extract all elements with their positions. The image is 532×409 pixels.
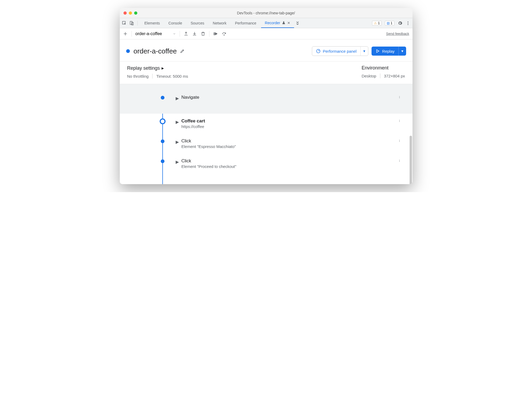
- svg-point-11: [399, 98, 400, 98]
- devtools-window: DevTools - chrome://new-tab-page/ Elemen…: [120, 8, 413, 184]
- svg-point-16: [399, 141, 400, 141]
- warnings-badge[interactable]: ⚠ 1: [372, 21, 382, 26]
- timeline-node: [161, 159, 164, 163]
- svg-point-18: [399, 160, 400, 160]
- svg-point-9: [399, 96, 400, 97]
- recording-title: order-a-coffee: [134, 47, 177, 55]
- recording-selector[interactable]: order-a-coffee: [135, 31, 176, 36]
- warnings-count: 1: [378, 21, 380, 25]
- step-coffee-cart[interactable]: ▶ Coffee cart https://coffee: [120, 114, 413, 134]
- messages-badge[interactable]: ▤ 1: [385, 21, 394, 26]
- recorder-toolbar: order-a-coffee Send feedback: [120, 28, 413, 39]
- tab-recorder-label: Recorder: [265, 21, 280, 25]
- replay-settings-toggle[interactable]: Replay settings ▸: [127, 65, 188, 71]
- inspect-icon[interactable]: [122, 21, 127, 26]
- expand-step-icon[interactable]: ▶: [176, 96, 179, 101]
- tab-elements[interactable]: Elements: [141, 18, 164, 28]
- svg-point-19: [399, 160, 400, 161]
- svg-rect-6: [214, 32, 215, 35]
- play-icon: [375, 49, 380, 53]
- environment-label: Environment: [362, 65, 405, 71]
- new-recording-icon[interactable]: [123, 31, 128, 36]
- kebab-menu-icon[interactable]: [406, 21, 410, 26]
- export-icon[interactable]: [184, 31, 188, 36]
- throttling-value: No throttling: [127, 74, 149, 79]
- step-title: Coffee cart: [182, 118, 205, 124]
- delete-icon[interactable]: [201, 31, 205, 36]
- titlebar: DevTools - chrome://new-tab-page/: [120, 8, 413, 18]
- step-menu-icon[interactable]: [397, 118, 402, 123]
- settings-row: Replay settings ▸ No throttling Timeout:…: [120, 61, 413, 84]
- gauge-icon: [316, 49, 321, 53]
- close-tab-icon[interactable]: [287, 21, 290, 24]
- step-menu-icon[interactable]: [397, 158, 402, 163]
- svg-point-14: [399, 121, 400, 122]
- tab-console[interactable]: Console: [165, 18, 186, 28]
- flask-icon: [282, 21, 286, 25]
- performance-panel-dropdown[interactable]: ▾: [360, 47, 368, 56]
- step-navigate[interactable]: ▶ Navigate: [120, 84, 413, 114]
- recording-header: order-a-coffee Performance panel ▾ Repla…: [120, 39, 413, 61]
- expand-step-icon[interactable]: ▶: [176, 159, 179, 164]
- devtools-tabs: Elements Console Sources Network Perform…: [120, 18, 413, 28]
- svg-point-15: [399, 140, 400, 140]
- step-title: Navigate: [182, 95, 199, 100]
- svg-point-5: [407, 24, 408, 25]
- performance-panel-label: Performance panel: [323, 49, 357, 53]
- svg-point-4: [407, 23, 408, 23]
- chevron-down-icon: [173, 31, 176, 36]
- warning-icon: ⚠: [374, 21, 377, 25]
- svg-point-12: [399, 120, 400, 120]
- tab-recorder[interactable]: Recorder: [261, 18, 294, 28]
- timeline-node: [161, 96, 164, 100]
- svg-point-3: [407, 21, 408, 22]
- tab-network[interactable]: Network: [209, 18, 230, 28]
- timeline-node-current: [160, 118, 166, 124]
- expand-step-icon[interactable]: ▶: [176, 119, 179, 125]
- message-icon: ▤: [387, 21, 390, 25]
- scrollbar[interactable]: [410, 136, 412, 184]
- step-over-icon[interactable]: [222, 31, 226, 36]
- expand-step-icon[interactable]: ▶: [176, 139, 179, 144]
- device-toolbar-icon[interactable]: [129, 21, 134, 26]
- svg-point-17: [399, 141, 400, 142]
- viewport-value: 372×804 px: [384, 74, 405, 78]
- send-feedback-link[interactable]: Send feedback: [386, 32, 409, 36]
- replay-settings-label: Replay settings: [127, 65, 160, 71]
- edit-title-icon[interactable]: [180, 49, 185, 53]
- tab-performance[interactable]: Performance: [231, 18, 260, 28]
- step-subtitle: https://coffee: [182, 124, 205, 129]
- step-subtitle: Element "Proceed to checkout": [182, 164, 237, 169]
- replay-dropdown[interactable]: ▾: [398, 47, 406, 56]
- step-subtitle: Element "Espresso Macchiato": [182, 144, 236, 149]
- step-title: Click: [182, 138, 236, 144]
- recording-name: order-a-coffee: [135, 31, 162, 36]
- svg-point-7: [224, 35, 224, 35]
- svg-point-20: [399, 161, 400, 162]
- timeline-node: [161, 139, 164, 143]
- step-icon[interactable]: [213, 31, 218, 36]
- step-title: Click: [182, 158, 237, 164]
- step-menu-icon[interactable]: [397, 95, 402, 100]
- replay-label: Replay: [382, 49, 395, 53]
- window-title: DevTools - chrome://new-tab-page/: [120, 11, 413, 15]
- device-value: Desktop: [362, 74, 376, 78]
- step-menu-icon[interactable]: [397, 138, 402, 143]
- import-icon[interactable]: [192, 31, 197, 36]
- replay-button[interactable]: Replay ▾: [372, 47, 406, 56]
- settings-gear-icon[interactable]: [398, 21, 402, 26]
- tab-sources[interactable]: Sources: [187, 18, 208, 28]
- step-click-checkout[interactable]: ▶ Click Element "Proceed to checkout": [120, 154, 413, 173]
- recording-status-dot: [126, 49, 130, 53]
- svg-point-13: [399, 121, 400, 121]
- messages-count: 1: [391, 21, 393, 25]
- timeout-value: Timeout: 5000 ms: [156, 74, 188, 79]
- more-tabs-icon[interactable]: [295, 21, 300, 26]
- svg-point-10: [399, 97, 400, 97]
- performance-panel-button[interactable]: Performance panel ▾: [312, 46, 368, 56]
- chevron-right-icon: ▸: [162, 65, 164, 71]
- steps-timeline: Espresso Macchiato $12.00 milk foam ▶ Na…: [120, 84, 413, 184]
- step-click-espresso[interactable]: ▶ Click Element "Espresso Macchiato": [120, 134, 413, 154]
